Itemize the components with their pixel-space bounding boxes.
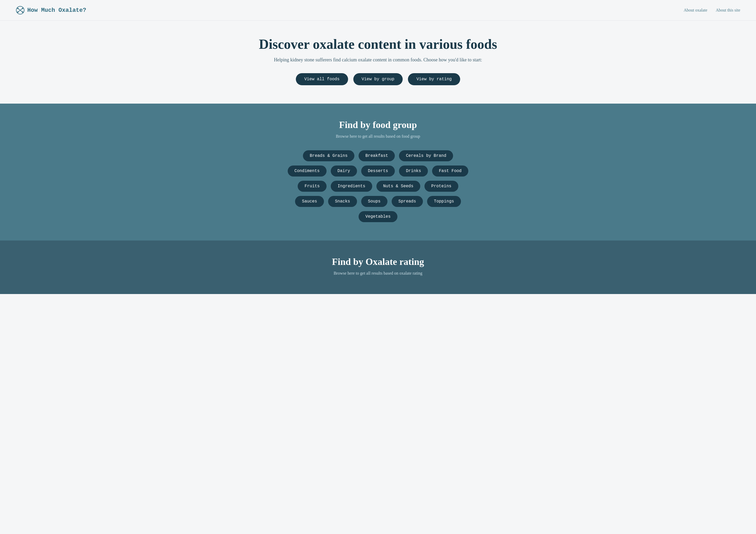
food-tag-vegetables[interactable]: Vegetables [359,211,397,222]
svg-point-5 [17,12,19,13]
food-tag-cereals-by-brand[interactable]: Cereals by Brand [399,150,453,161]
food-tag-spreads[interactable]: Spreads [392,196,423,207]
view-by-group-button[interactable]: View by group [353,73,403,85]
hero-title: Discover oxalate content in various food… [11,37,745,52]
food-tag-sauces[interactable]: Sauces [295,196,324,207]
food-tag-snacks[interactable]: Snacks [328,196,357,207]
food-tag-ingredients[interactable]: Ingredients [331,181,372,192]
nav-links: About oxalate About this site [684,8,740,13]
food-tag-breads--grains[interactable]: Breads & Grains [303,150,354,161]
food-tag-fast-food[interactable]: Fast Food [432,165,468,176]
svg-point-6 [22,12,23,13]
food-tag-soups[interactable]: Soups [361,196,388,207]
food-tag-nuts--seeds[interactable]: Nuts & Seeds [376,181,420,192]
rating-section: Find by Oxalate rating Browse here to ge… [0,241,756,294]
food-tag-drinks[interactable]: Drinks [399,165,428,176]
food-tag-dairy[interactable]: Dairy [331,165,357,176]
logo-text: How Much Oxalate? [27,7,86,13]
food-group-heading: Find by food group [11,119,745,130]
hero-subtitle: Helping kidney stone sufferers find calc… [11,57,745,63]
food-tags-container: Breads & GrainsBreakfastCereals by Brand… [286,150,470,222]
hero-buttons: View all foods View by group View by rat… [11,73,745,85]
svg-point-4 [22,8,23,9]
navbar: How Much Oxalate? About oxalate About th… [0,0,756,21]
food-tag-toppings[interactable]: Toppings [427,196,461,207]
food-tag-condiments[interactable]: Condiments [288,165,327,176]
food-tag-desserts[interactable]: Desserts [361,165,395,176]
rating-heading: Find by Oxalate rating [11,256,745,267]
nav-about-site[interactable]: About this site [716,8,740,13]
food-group-subtitle: Browse here to get all results based on … [11,134,745,139]
site-logo[interactable]: How Much Oxalate? [16,6,86,15]
food-tag-breakfast[interactable]: Breakfast [359,150,395,161]
view-by-rating-button[interactable]: View by rating [408,73,460,85]
logo-icon [16,6,25,15]
food-tag-fruits[interactable]: Fruits [298,181,327,192]
food-group-section: Find by food group Browse here to get al… [0,104,756,241]
nav-about-oxalate[interactable]: About oxalate [684,8,707,13]
hero-section: Discover oxalate content in various food… [0,21,756,104]
rating-subtitle: Browse here to get all results based on … [11,271,745,276]
view-all-foods-button[interactable]: View all foods [296,73,348,85]
svg-point-3 [17,8,19,9]
food-tag-proteins[interactable]: Proteins [424,181,458,192]
